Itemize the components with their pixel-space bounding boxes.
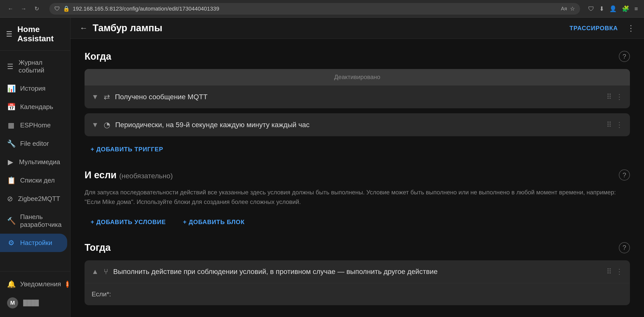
topbar-back-button[interactable]: ←	[80, 23, 88, 33]
bell-icon: 🔔	[7, 280, 15, 288]
trigger2-icon: ◔	[104, 120, 110, 129]
profile-icon[interactable]: 👤	[609, 5, 617, 12]
user-info: ████	[23, 300, 39, 306]
sidebar-item-user[interactable]: M ████	[0, 293, 70, 313]
trigger1-chevron[interactable]: ▼	[92, 93, 99, 101]
developer-icon: 🔨	[7, 217, 15, 225]
esphome-icon: ▦	[7, 121, 15, 129]
then-action-more-icon[interactable]: ⋮	[616, 267, 623, 276]
sidebar-item-label: Панель разработчика	[20, 213, 62, 229]
url-text: 192.168.165.5:8123/config/automation/edi…	[73, 6, 558, 12]
sidebar-item-developer[interactable]: 🔨 Панель разработчика	[0, 208, 67, 234]
sidebar-item-label: Журнал событий	[19, 59, 60, 74]
if-title: И если (необязательно)	[85, 170, 173, 181]
zigbee-icon: ⊘	[7, 195, 13, 203]
when-section-header: Когда ?	[85, 51, 630, 62]
file-editor-icon: 🔧	[7, 139, 15, 148]
sidebar-item-file-editor[interactable]: 🔧 File editor	[0, 134, 67, 153]
sidebar-item-label: Мультимедиа	[19, 158, 60, 166]
notification-badge: 1	[66, 281, 69, 288]
sidebar-item-label: Календарь	[20, 103, 53, 111]
sidebar-toggle-icon[interactable]: ☰	[6, 30, 12, 38]
sidebar-item-settings[interactable]: ⚙ Настройки	[0, 234, 67, 252]
when-help-icon[interactable]: ?	[619, 51, 630, 62]
translate-icon: Aя	[561, 6, 567, 12]
back-button[interactable]: ←	[6, 4, 15, 13]
then-section: Тогда ? ▲ ⑂ Выполнить действие при соблю…	[85, 242, 630, 305]
trace-button[interactable]: ТРАССИРОВКА	[570, 25, 618, 32]
sidebar-item-calendar[interactable]: 📅 Календарь	[0, 98, 67, 116]
todo-icon: 📋	[7, 176, 15, 185]
when-section: Когда ? Деактивировано ▼ ⇄ Получено сооб…	[85, 51, 630, 157]
then-action-icon: ⑂	[104, 267, 108, 276]
menu-icon[interactable]: ≡	[634, 5, 638, 12]
then-help-icon[interactable]: ?	[619, 242, 630, 253]
user-name-text: ████	[23, 300, 39, 306]
then-title: Тогда	[85, 242, 111, 253]
then-section-header: Тогда ?	[85, 242, 630, 253]
notifications-label: Уведомления	[20, 280, 61, 288]
forward-button[interactable]: →	[19, 4, 28, 13]
calendar-icon: 📅	[7, 103, 15, 111]
topbar: ← Тамбур лампы ТРАССИРОВКА ⋮	[70, 18, 644, 39]
add-block-button[interactable]: + ДОБАВИТЬ БЛОК	[177, 214, 251, 230]
trigger2-card: ▼ ◔ Периодически, на 59-й секунде каждую…	[85, 113, 630, 136]
sidebar: ☰ Home Assistant ☰ Журнал событий 📊 Исто…	[0, 18, 70, 317]
trigger1-icon: ⇄	[104, 92, 110, 101]
media-icon: ▶	[7, 158, 14, 166]
trigger1-grid-icon[interactable]: ⠿	[607, 93, 612, 101]
refresh-button[interactable]: ↻	[32, 4, 41, 13]
sidebar-item-label: Zigbee2MQTT	[18, 195, 60, 203]
sidebar-item-label: File editor	[20, 140, 49, 148]
sidebar-title: Home Assistant	[17, 25, 64, 43]
then-action-chevron[interactable]: ▲	[92, 268, 99, 276]
sidebar-item-label: Настройки	[20, 239, 52, 247]
content-area: Когда ? Деактивировано ▼ ⇄ Получено сооб…	[70, 39, 644, 317]
if-section-header: И если (необязательно) ?	[85, 169, 630, 181]
trigger2-label: Периодически, на 59-й секунде каждую мин…	[115, 121, 601, 129]
then-action-grid-icon[interactable]: ⠿	[607, 267, 612, 276]
add-condition-button[interactable]: + ДОБАВИТЬ УСЛОВИЕ	[85, 214, 172, 230]
if-description: Для запуска последовательности действий …	[85, 188, 630, 207]
sidebar-item-history[interactable]: 📊 История	[0, 79, 67, 98]
trigger1-actions: ⠿ ⋮	[607, 93, 623, 101]
settings-icon: ⚙	[7, 239, 15, 247]
shield2-icon[interactable]: 🛡	[588, 5, 594, 12]
sidebar-item-zigbee[interactable]: ⊘ Zigbee2MQTT	[0, 190, 67, 208]
trigger2-chevron[interactable]: ▼	[92, 121, 99, 129]
sidebar-item-media[interactable]: ▶ Мультимедиа	[0, 153, 67, 171]
shield-icon: 🛡	[54, 6, 60, 12]
lock-icon: 🔒	[63, 6, 70, 12]
trigger1-row[interactable]: ▼ ⇄ Получено сообщение MQTT ⠿ ⋮	[85, 85, 630, 108]
sidebar-item-journal[interactable]: ☰ Журнал событий	[0, 54, 67, 79]
trigger1-more-icon[interactable]: ⋮	[616, 93, 623, 101]
history-icon: 📊	[7, 84, 15, 93]
sidebar-item-label: История	[20, 85, 46, 92]
sidebar-item-esphome[interactable]: ▦ ESPHome	[0, 116, 67, 134]
then-action-body: Если*:	[85, 283, 630, 305]
browser-actions: 🛡 ⬇ 👤 🧩 ≡	[588, 5, 638, 12]
disabled-banner: Деактивировано	[85, 69, 630, 85]
page-title: Тамбур лампы	[93, 23, 564, 33]
trigger1-label: Получено сообщение MQTT	[115, 93, 601, 101]
then-action-card: ▲ ⑂ Выполнить действие при соблюдении ус…	[85, 260, 630, 305]
avatar: M	[7, 297, 18, 308]
trigger2-more-icon[interactable]: ⋮	[616, 121, 623, 129]
star-icon[interactable]: ☆	[570, 6, 575, 12]
browser-chrome: ← → ↻ 🛡 🔒 192.168.165.5:8123/config/auto…	[0, 0, 644, 18]
trigger1-card: Деактивировано ▼ ⇄ Получено сообщение MQ…	[85, 69, 630, 108]
sidebar-item-label: ESPHome	[20, 121, 51, 129]
sidebar-item-notifications[interactable]: 🔔 Уведомления 1	[0, 275, 70, 293]
trigger2-grid-icon[interactable]: ⠿	[607, 121, 612, 129]
then-action-header[interactable]: ▲ ⑂ Выполнить действие при соблюдении ус…	[85, 260, 630, 283]
if-help-icon[interactable]: ?	[619, 169, 630, 181]
sidebar-header: ☰ Home Assistant	[0, 18, 70, 51]
url-bar[interactable]: 🛡 🔒 192.168.165.5:8123/config/automation…	[49, 3, 580, 15]
sidebar-item-label: Списки дел	[20, 177, 55, 184]
sidebar-item-todo[interactable]: 📋 Списки дел	[0, 171, 67, 190]
download-icon[interactable]: ⬇	[599, 5, 604, 12]
topbar-more-button[interactable]: ⋮	[627, 23, 635, 33]
extension-icon[interactable]: 🧩	[622, 5, 629, 12]
add-trigger-button[interactable]: + ДОБАВИТЬ ТРИГГЕР	[85, 141, 169, 157]
trigger2-row[interactable]: ▼ ◔ Периодически, на 59-й секунде каждую…	[85, 113, 630, 136]
